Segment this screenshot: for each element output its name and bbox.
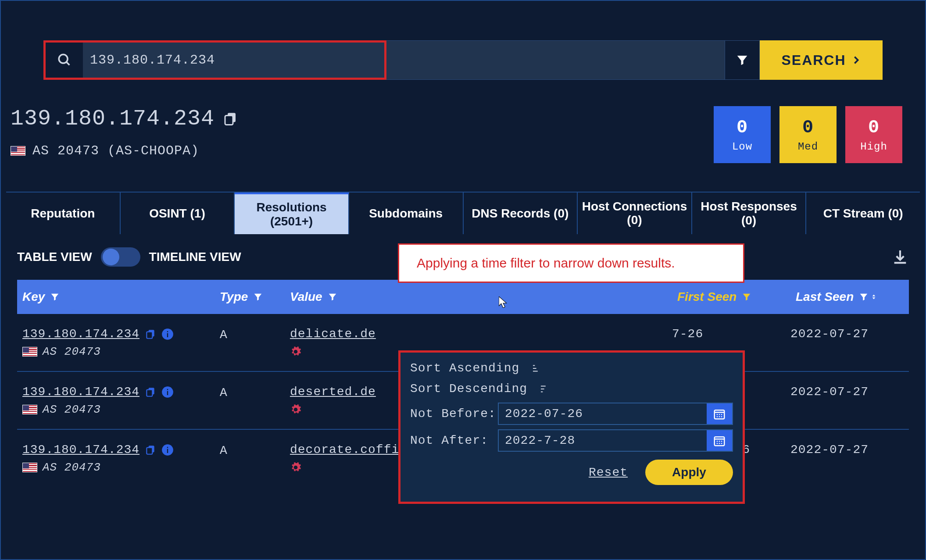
svg-rect-12 (167, 391, 168, 395)
reset-button[interactable]: Reset (589, 466, 628, 479)
svg-rect-10 (147, 389, 152, 396)
copy-icon[interactable] (145, 328, 156, 340)
not-after-input[interactable]: 2022-7-28 (499, 430, 707, 451)
not-after-row: Not After: 2022-7-28 (410, 429, 733, 452)
flag-us-icon (22, 347, 37, 357)
col-last-seen[interactable]: Last Seen (790, 290, 909, 304)
tab-resolutions[interactable]: Resolutions (2501+) (235, 193, 349, 234)
not-before-row: Not Before: 2022-07-26 (410, 403, 733, 425)
svg-point-26 (717, 414, 718, 415)
svg-point-35 (719, 441, 720, 442)
row-type: A (220, 327, 290, 342)
row-last-seen: 2022-07-27 (790, 443, 909, 457)
svg-rect-8 (167, 331, 168, 332)
apply-button[interactable]: Apply (645, 460, 733, 485)
annotation-text: Applying a time filter to narrow down re… (417, 256, 675, 271)
search-input-extra[interactable] (386, 40, 725, 80)
flag-us-icon (22, 405, 37, 414)
row-asn: AS 20473 (43, 403, 101, 416)
funnel-icon (742, 292, 751, 302)
copy-icon[interactable] (222, 111, 238, 127)
sort-desc-label: Sort Descending (410, 382, 527, 396)
svg-rect-15 (147, 447, 152, 454)
not-before-input[interactable]: 2022-07-26 (499, 403, 707, 424)
calendar-icon[interactable] (707, 403, 732, 424)
tab-host-connections[interactable]: Host Connections (0) (578, 193, 692, 234)
col-first-seen-label: First Seen (677, 290, 737, 304)
sort-asc-icon (527, 363, 539, 374)
row-last-seen: 2022-07-27 (790, 385, 909, 399)
gear-icon[interactable] (290, 462, 301, 473)
table-view-label: TABLE VIEW (17, 250, 92, 264)
col-value[interactable]: Value (285, 290, 672, 304)
search-button[interactable]: SEARCH (760, 40, 883, 80)
svg-point-0 (59, 54, 68, 63)
ip-asn-line: AS 20473 (AS-CHOOPA) (11, 143, 714, 158)
svg-point-36 (721, 441, 722, 442)
flag-us-icon (11, 146, 25, 156)
funnel-icon (328, 292, 337, 302)
svg-rect-3 (225, 115, 233, 125)
row-type: A (220, 443, 290, 457)
row-asn: AS 20473 (43, 461, 101, 474)
info-icon[interactable] (161, 386, 174, 398)
svg-rect-13 (167, 389, 168, 390)
col-key[interactable]: Key (17, 290, 215, 304)
first-seen-filter-popup: Sort Ascending Sort Descending Not Befor… (398, 350, 745, 504)
row-asn: AS 20473 (43, 345, 101, 358)
sort-asc-label: Sort Ascending (410, 361, 519, 375)
view-toggle[interactable] (101, 247, 140, 267)
svg-rect-7 (167, 333, 168, 337)
annotation-callout: Applying a time filter to narrow down re… (398, 243, 744, 283)
search-bar: 139.180.174.234 SEARCH (43, 40, 883, 80)
ip-title: 139.180.174.234 (11, 106, 714, 131)
row-value-link[interactable]: deserted.de (290, 385, 376, 399)
svg-point-34 (717, 441, 718, 442)
row-key-link[interactable]: 139.180.174.234 (22, 327, 139, 341)
svg-point-28 (721, 414, 722, 415)
tab-reputation[interactable]: Reputation (6, 193, 121, 234)
row-key-link[interactable]: 139.180.174.234 (22, 385, 139, 399)
svg-line-1 (66, 62, 69, 65)
score-med-value: 0 (802, 117, 814, 138)
col-first-seen[interactable]: First Seen (672, 290, 790, 304)
funnel-icon (50, 292, 60, 302)
tab-dns-records[interactable]: DNS Records (0) (464, 193, 578, 234)
sort-ascending-option[interactable]: Sort Ascending (410, 361, 733, 375)
col-value-label: Value (290, 290, 322, 304)
svg-rect-18 (167, 447, 168, 448)
tab-ct-stream[interactable]: CT Stream (0) (806, 193, 920, 234)
score-high: 0 High (845, 106, 902, 163)
tab-host-responses[interactable]: Host Responses (0) (692, 193, 807, 234)
row-value-link[interactable]: delicate.de (290, 327, 376, 341)
tab-subdomains[interactable]: Subdomains (349, 193, 464, 234)
tab-osint[interactable]: OSINT (1) (121, 193, 235, 234)
col-type[interactable]: Type (215, 290, 285, 304)
gear-icon[interactable] (290, 346, 301, 357)
svg-point-39 (721, 443, 722, 444)
gear-icon[interactable] (290, 404, 301, 415)
svg-point-27 (719, 414, 720, 415)
copy-icon[interactable] (145, 444, 156, 456)
row-first-seen: 7-26 (672, 327, 790, 341)
score-low: 0 Low (714, 106, 771, 163)
search-input[interactable]: 139.180.174.234 (83, 43, 384, 78)
score-high-value: 0 (868, 117, 880, 138)
score-high-label: High (860, 141, 887, 153)
search-button-label: SEARCH (781, 52, 846, 68)
download-icon[interactable] (891, 248, 909, 266)
svg-point-31 (721, 416, 722, 417)
tab-bar: Reputation OSINT (1) Resolutions (2501+)… (6, 192, 920, 234)
filter-icon[interactable] (725, 40, 760, 80)
timeline-view-label: TIMELINE VIEW (149, 250, 241, 264)
sort-descending-option[interactable]: Sort Descending (410, 382, 733, 396)
info-icon[interactable] (161, 328, 174, 340)
score-low-value: 0 (737, 117, 748, 138)
calendar-icon[interactable] (707, 430, 732, 451)
funnel-icon (859, 292, 869, 302)
score-med-label: Med (798, 141, 818, 153)
copy-icon[interactable] (145, 386, 156, 398)
row-key-link[interactable]: 139.180.174.234 (22, 443, 139, 457)
col-last-seen-label: Last Seen (796, 290, 854, 304)
info-icon[interactable] (161, 444, 174, 456)
